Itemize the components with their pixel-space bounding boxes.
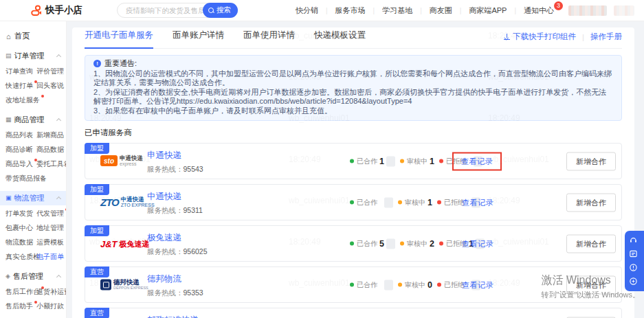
sidebar-item[interactable]: 售后工作台 xyxy=(5,287,40,297)
tab-express-template-settings[interactable]: 快递模板设置 xyxy=(314,30,366,48)
download-print-component-link[interactable]: 下载快手打印组件 xyxy=(504,32,576,42)
tabs-row: 开通电子面单服务 面单账户详情 面单使用详情 快递模板设置 下载快手打印组件 |… xyxy=(85,27,622,49)
nav-merchant-app[interactable]: 商家端APP xyxy=(461,5,514,16)
new-cooperation-button[interactable]: 新增合作 xyxy=(566,152,616,170)
sidebar-item[interactable]: 包裹中心 xyxy=(5,223,33,233)
sidebar-groups: ▤订单管理订单查询评价管理快速打单回头客说改地址服务▦商品管理商品列表新增商品商… xyxy=(5,49,60,318)
green-dot-icon xyxy=(350,159,354,163)
feedback-form-icon[interactable] xyxy=(629,249,638,258)
courier-card-ems: 直营 EMS 邮政标准快递 服务热线：11183 已合作2 审核中0 已拒绝 查… xyxy=(85,308,622,318)
sidebar-item[interactable]: 商品导入 xyxy=(5,159,33,169)
sidebar-group-title: 售后管理 xyxy=(13,271,43,282)
sidebar-item[interactable]: 地址管理 xyxy=(36,223,64,233)
green-dot-icon xyxy=(350,201,354,205)
search-button[interactable]: 搜索 xyxy=(203,3,238,18)
notice-line: 3、如果您有在审核中的电子面单账户，请及时联系网点审核并且充值。 xyxy=(93,106,613,116)
sidebar-item[interactable]: 小额打款 xyxy=(36,302,64,311)
redacted-value xyxy=(384,197,393,207)
home-icon: ⌂ xyxy=(6,32,11,41)
chat-icon[interactable] xyxy=(629,277,638,286)
red-dot-icon xyxy=(439,242,443,246)
sidebar-group-head[interactable]: ▣物流管理 xyxy=(0,191,66,205)
sidebar-item[interactable]: 电子面单 xyxy=(36,252,64,262)
orange-dot-icon xyxy=(398,283,402,287)
sidebar-item[interactable]: 代发管理 xyxy=(36,209,64,218)
red-dot-icon xyxy=(439,159,443,163)
top-bar: 快手小店 搜索 快分销| 服务市场| 学习基地| 商友圈| 商家端APP| 通知… xyxy=(0,0,644,21)
customer-service-icon[interactable] xyxy=(629,236,638,245)
nav-learning-base[interactable]: 学习基地 xyxy=(375,5,420,16)
sidebar-group-title: 订单管理 xyxy=(14,51,45,61)
new-cooperation-button[interactable]: 新增合作 xyxy=(566,275,616,294)
search-bar: 搜索 xyxy=(117,3,238,18)
content-card: 开通电子面单服务 面单账户详情 面单使用详情 快递模板设置 下载快手打印组件 |… xyxy=(72,27,634,318)
status-reviewing: 审核中1 xyxy=(398,198,432,207)
status-reviewing: 审核中0 xyxy=(398,280,432,290)
info-circle-icon[interactable] xyxy=(629,263,638,272)
sidebar-item[interactable]: 改地址服务 xyxy=(5,95,40,105)
courier-name-link[interactable]: 申通快递 xyxy=(147,150,203,161)
view-records-link[interactable]: 查看记录 xyxy=(462,280,493,290)
deppon-logo-text: 德邦快递DEPPON EXPRESS xyxy=(113,279,148,291)
sidebar-item[interactable]: 带货商品报备 xyxy=(5,174,47,183)
sidebar-item[interactable]: 运费模板 xyxy=(36,238,64,247)
sidebar-group-head[interactable]: ▤订单管理 xyxy=(0,49,66,63)
view-records-link[interactable]: 查看记录 xyxy=(462,197,493,207)
sidebar-item[interactable]: 售后助手 xyxy=(5,302,33,311)
new-cooperation-button[interactable]: 新增合作 xyxy=(566,234,616,253)
nav-service-market[interactable]: 服务市场 xyxy=(328,5,373,16)
sidebar-group: ▦商品管理商品列表新增商品商品诊断商品数据商品导入委托工具箱带货商品报备 xyxy=(5,113,60,183)
zto-logo: ZTO 中通快递ZTO EXPRESS xyxy=(100,196,155,209)
courier-name-link[interactable]: 极兔速递 xyxy=(147,232,208,244)
sidebar-group-head[interactable]: ◈售后管理 xyxy=(0,269,66,284)
nav-merchant-circle[interactable]: 商友圈 xyxy=(422,5,460,16)
sidebar-item[interactable]: 回头客说 xyxy=(36,81,64,91)
sidebar-group: ▤订单管理订单查询评价管理快速打单回头客说改地址服务 xyxy=(5,49,60,105)
orange-dot-icon xyxy=(400,159,404,163)
hotline: 服务热线：95543 xyxy=(147,165,203,174)
new-cooperation-button[interactable]: 新增合作 xyxy=(566,193,616,212)
sidebar-item[interactable]: 退货补运费 xyxy=(36,287,67,297)
redacted-value xyxy=(386,238,395,249)
orange-dot-icon xyxy=(398,201,402,205)
nav-distribution[interactable]: 快分销 xyxy=(288,5,326,16)
notice-line: 1、因物流公司的运营模式的不同，其中加盟型运营公司是以网点为单位进行账户核算，所… xyxy=(93,69,613,88)
sidebar-item[interactable]: 订单查询 xyxy=(5,67,33,76)
tab-open-ewaybill-service[interactable]: 开通电子面单服务 xyxy=(85,30,153,49)
courier-name-link[interactable]: 德邦物流 xyxy=(147,273,203,285)
hotline: 服务热线：956025 xyxy=(147,247,208,257)
kuaishou-logo[interactable]: 快手小店 xyxy=(31,4,82,16)
sidebar-item[interactable]: 评价管理 xyxy=(36,67,64,76)
courier-name-link[interactable]: 邮政标准快递 xyxy=(147,315,202,318)
sidebar-item[interactable]: 委托工具箱 xyxy=(36,159,67,169)
status-reviewing: 审核中2 xyxy=(400,239,434,249)
sidebar-group: ▣物流管理打单发货代发管理包裹中心地址管理物流数据运费模板真实仓质检电子面单 xyxy=(5,191,60,262)
sidebar-item[interactable]: 真实仓质检 xyxy=(5,252,40,262)
sidebar-group-title: 商品管理 xyxy=(14,115,45,125)
sidebar-group-items: 商品列表新增商品商品诊断商品数据商品导入委托工具箱带货商品报备 xyxy=(5,130,60,183)
chevron-up-icon xyxy=(56,275,61,280)
nav-notification-center[interactable]: 通知中心 3 xyxy=(516,5,562,16)
tab-waybill-usage-detail[interactable]: 面单使用详情 xyxy=(243,30,295,48)
app-title: 快手小店 xyxy=(45,4,82,16)
sidebar-item[interactable]: 快速打单 xyxy=(5,81,33,91)
courier-name-link[interactable]: 中通快递 xyxy=(147,191,203,203)
sidebar-item[interactable]: 物流数据 xyxy=(5,238,33,247)
tab-waybill-account-detail[interactable]: 面单账户详情 xyxy=(173,30,224,48)
tab-actions: 下载快手打印组件 | 操作手册 xyxy=(504,32,622,48)
sidebar: ⌂ 首页 ▤订单管理订单查询评价管理快速打单回头客说改地址服务▦商品管理商品列表… xyxy=(0,21,67,318)
view-records-link-highlighted[interactable]: 查看记录 xyxy=(452,152,502,170)
sidebar-item[interactable]: 打单发货 xyxy=(5,209,33,218)
cooperation-type-badge: 直营 xyxy=(85,266,109,277)
sidebar-item-home[interactable]: ⌂ 首页 xyxy=(6,31,60,41)
sidebar-item[interactable]: 新增商品 xyxy=(36,130,64,140)
view-records-link[interactable]: 查看记录 xyxy=(462,238,493,249)
sto-logo-text: 申通快递express xyxy=(120,155,143,168)
sidebar-item[interactable]: 商品列表 xyxy=(5,130,33,140)
sidebar-item[interactable]: 商品数据 xyxy=(36,145,64,155)
operation-manual-link[interactable]: 操作手册 xyxy=(590,32,622,42)
courier-card-zto: 加盟 ZTO 中通快递ZTO EXPRESS 中通快递 服务热线：95311 已… xyxy=(85,184,622,220)
sidebar-item[interactable]: 商品诊断 xyxy=(5,145,33,155)
courier-info: 中通快递 服务热线：95311 xyxy=(147,191,203,216)
sidebar-group-head[interactable]: ▦商品管理 xyxy=(0,113,66,127)
